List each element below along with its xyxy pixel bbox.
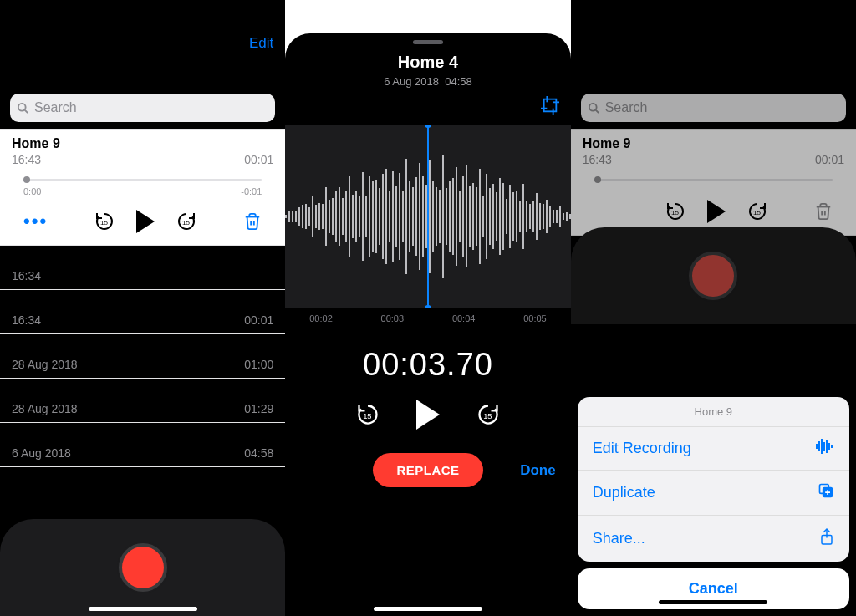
memo-row[interactable]: Home 816:34 xyxy=(0,245,285,289)
edit-recording-option[interactable]: Edit Recording xyxy=(578,427,849,471)
memo-row-selected[interactable]: Home 9 16:43 00:01 0:00-0:01 ••• 15 15 xyxy=(0,129,285,245)
page-title: Voice Memos xyxy=(0,55,285,94)
phone-list-screen: 16:46 Edit Voice Memos Search Home 9 16:… xyxy=(0,0,285,616)
status-bar: 16:47 xyxy=(285,0,570,33)
svg-rect-14 xyxy=(509,15,512,24)
waveform[interactable] xyxy=(285,125,570,308)
svg-text:15: 15 xyxy=(483,412,492,420)
replace-button[interactable]: REPLACE xyxy=(373,453,482,487)
sheet-grabber[interactable] xyxy=(413,40,443,44)
svg-rect-40 xyxy=(826,440,828,453)
memo-name: Home 6 xyxy=(12,341,273,356)
svg-rect-18 xyxy=(543,99,556,112)
wifi-icon xyxy=(517,14,530,24)
cellular-icon xyxy=(498,15,512,24)
memo-sub: 16:34 xyxy=(12,269,41,283)
memo-name: Home 4 xyxy=(12,430,273,445)
memo-duration: 04:58 xyxy=(244,446,273,460)
svg-rect-17 xyxy=(554,18,556,22)
svg-point-7 xyxy=(18,103,26,110)
phone-edit-screen: 16:47 Home 4 6 Aug 2018 04:58 00:0200:03… xyxy=(285,0,570,616)
battery-icon xyxy=(534,14,556,24)
svg-rect-11 xyxy=(498,21,501,24)
done-button[interactable]: Done xyxy=(520,462,556,479)
edit-row: Edit xyxy=(0,33,285,55)
memo-row[interactable]: Home 46 Aug 201804:58 xyxy=(0,422,285,467)
delete-button[interactable] xyxy=(243,211,262,232)
svg-line-8 xyxy=(24,109,28,113)
memo-name: Home 5 xyxy=(12,385,273,400)
svg-rect-41 xyxy=(828,443,830,450)
status-time: 16:46 xyxy=(15,13,45,26)
svg-rect-13 xyxy=(506,18,508,24)
svg-rect-5 xyxy=(250,16,265,23)
home-indicator[interactable] xyxy=(659,600,767,604)
skip-back-15-button[interactable]: 15 xyxy=(356,403,380,426)
editor-title: Home 4 xyxy=(285,53,570,72)
memo-duration: 01:00 xyxy=(244,358,273,371)
memo-name: Home 9 xyxy=(12,136,273,151)
memo-time: 16:43 xyxy=(12,153,41,166)
memo-name: Home 8 xyxy=(12,252,273,267)
status-time: 16:47 xyxy=(300,13,330,26)
editor-sheet: Home 4 6 Aug 2018 04:58 00:0200:0300:040… xyxy=(285,33,570,616)
svg-rect-37 xyxy=(818,441,820,451)
svg-rect-42 xyxy=(831,445,833,448)
memo-name: Home 7 xyxy=(12,297,273,312)
svg-text:15: 15 xyxy=(182,219,190,227)
svg-rect-0 xyxy=(212,21,215,24)
home-indicator[interactable] xyxy=(374,607,482,611)
svg-text:15: 15 xyxy=(100,219,108,227)
play-button[interactable] xyxy=(416,400,440,430)
play-button[interactable] xyxy=(136,210,155,233)
memo-duration: 00:01 xyxy=(244,153,273,166)
record-dock xyxy=(0,519,285,616)
location-icon xyxy=(48,14,59,24)
record-button[interactable] xyxy=(119,543,167,592)
waveform-icon xyxy=(816,439,834,458)
memo-sub: 28 Aug 2018 xyxy=(12,358,78,371)
memo-row[interactable]: Home 528 Aug 201801:29 xyxy=(0,378,285,422)
svg-rect-16 xyxy=(536,16,551,23)
svg-text:15: 15 xyxy=(363,412,371,420)
memo-sub: 6 Aug 2018 xyxy=(12,446,71,460)
search-input[interactable]: Search xyxy=(10,94,275,122)
memo-sub: 28 Aug 2018 xyxy=(12,402,78,415)
wifi-icon xyxy=(231,14,244,24)
cellular-icon xyxy=(212,15,227,24)
scrub-slider[interactable] xyxy=(23,175,262,185)
edit-button[interactable]: Edit xyxy=(249,35,273,51)
search-placeholder: Search xyxy=(34,100,77,115)
svg-rect-1 xyxy=(217,19,219,24)
svg-rect-36 xyxy=(816,444,818,449)
memo-duration: 00:01 xyxy=(244,313,273,327)
scrub-start: 0:00 xyxy=(23,186,41,196)
memo-row[interactable]: Home 628 Aug 201801:00 xyxy=(0,333,285,378)
more-button[interactable]: ••• xyxy=(23,211,48,232)
svg-rect-3 xyxy=(224,15,227,24)
duplicate-icon xyxy=(818,482,834,503)
duplicate-option[interactable]: Duplicate xyxy=(578,471,849,516)
current-time: 00:03.70 xyxy=(285,347,570,383)
svg-rect-39 xyxy=(823,442,825,451)
playhead[interactable] xyxy=(427,125,429,308)
trim-button[interactable] xyxy=(541,103,559,117)
svg-rect-2 xyxy=(220,18,222,24)
memo-row[interactable]: Home 716:3400:01 xyxy=(0,289,285,333)
skip-fwd-15-button[interactable]: 15 xyxy=(176,211,196,232)
svg-rect-38 xyxy=(821,439,823,454)
sheet-title: Home 9 xyxy=(578,397,849,427)
svg-rect-6 xyxy=(268,18,270,22)
skip-back-15-button[interactable]: 15 xyxy=(94,211,115,232)
time-ruler: 00:0200:0300:0400:05 xyxy=(285,308,570,328)
share-option[interactable]: Share... xyxy=(578,516,849,562)
skip-fwd-15-button[interactable]: 15 xyxy=(476,403,500,426)
status-bar: 16:46 xyxy=(0,0,285,33)
phone-actionsheet-screen: 16:46 Edit Voice Memos Search Home 9 16:… xyxy=(571,0,856,616)
svg-rect-12 xyxy=(502,19,504,24)
memo-sub: 16:34 xyxy=(12,313,41,327)
memo-duration: 01:29 xyxy=(244,402,273,415)
action-sheet: Home 9 Edit Recording Duplicate Share...… xyxy=(578,397,849,609)
home-indicator[interactable] xyxy=(89,607,197,611)
share-icon xyxy=(819,527,834,550)
